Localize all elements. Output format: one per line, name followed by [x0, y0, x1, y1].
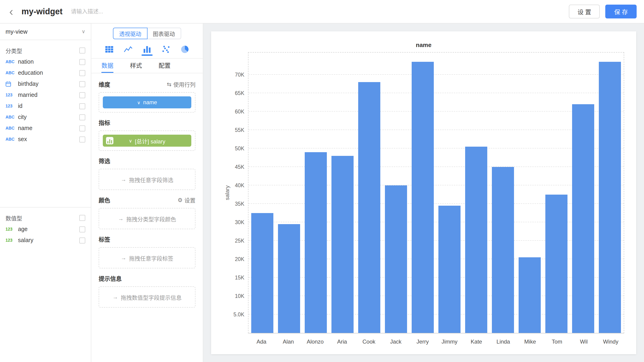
y-tick-label: 20K	[235, 256, 244, 262]
field-checkbox[interactable]	[79, 136, 85, 142]
y-tick-label: 60K	[235, 109, 244, 114]
field-row-nation[interactable]: ABCnation	[0, 56, 91, 67]
color-dropzone[interactable]: → 拖拽分类型字段颜色	[99, 208, 196, 229]
bar-aria[interactable]	[332, 156, 353, 333]
mode-tab-0[interactable]: 透视驱动	[113, 28, 147, 39]
measure-dropzone[interactable]: ∨ [总计] salary	[99, 130, 196, 151]
label-dropzone[interactable]: → 拖拽任意字段标签	[99, 247, 196, 268]
section-checkbox[interactable]	[79, 215, 85, 221]
field-row-married[interactable]: 123married	[0, 90, 91, 100]
measure-pill-label: [总计] salary	[135, 137, 165, 144]
bar-windy[interactable]	[599, 62, 621, 333]
measure-pill-salary[interactable]: ∨ [总计] salary	[103, 135, 191, 147]
field-checkbox[interactable]	[79, 114, 85, 120]
123-field-icon: 123	[6, 104, 18, 108]
bar-alonzo[interactable]	[305, 152, 326, 333]
scatter-chart-icon[interactable]	[160, 43, 172, 56]
table-chart-icon[interactable]	[103, 43, 115, 56]
arrow-right-icon: →	[121, 176, 126, 182]
field-checkbox[interactable]	[79, 92, 85, 98]
plot-area: 5.0K10K15K20K25K30K35K40K45K50K55K60K65K…	[248, 52, 624, 334]
bar-kate[interactable]	[465, 147, 487, 333]
label-section-header: 标签	[99, 235, 196, 244]
field-row-birthday[interactable]: birthday	[0, 78, 91, 90]
back-button[interactable]: ‹	[8, 6, 15, 18]
y-tick-label: 50K	[235, 146, 244, 151]
field-checkbox[interactable]	[79, 81, 85, 87]
x-tick-label: Mike	[517, 338, 544, 345]
field-row-name[interactable]: ABCname	[0, 123, 91, 134]
bar-mike[interactable]	[518, 257, 540, 333]
mode-tab-1[interactable]: 图表驱动	[147, 28, 181, 39]
arrow-right-icon: →	[112, 294, 118, 300]
dimension-label: 维度	[99, 80, 110, 88]
panel-tab-2[interactable]: 配置	[158, 58, 170, 73]
fields-sidebar: my-view ∨ 分类型 ABCnationABCeducationbirth…	[0, 24, 91, 362]
bar-tom[interactable]	[545, 194, 567, 333]
field-row-sex[interactable]: ABCsex	[0, 134, 91, 145]
color-settings-action[interactable]: ⚙ 设置	[178, 196, 196, 204]
field-row-education[interactable]: ABCeducation	[0, 67, 91, 78]
drive-mode-tabs: 透视驱动图表驱动	[91, 28, 203, 39]
field-row-city[interactable]: ABCcity	[0, 112, 91, 123]
123-field-icon: 123	[6, 227, 18, 232]
color-section-header: 颜色 ⚙ 设置	[99, 196, 196, 204]
x-tick-label: Jack	[382, 338, 409, 345]
use-rowcol-action[interactable]: ⇆ 使用行列	[167, 80, 196, 88]
panel-tab-0[interactable]: 数据	[102, 58, 114, 73]
dimension-pill-name[interactable]: ∨ name	[103, 96, 191, 108]
y-tick-label: 40K	[235, 182, 244, 188]
save-button[interactable]: 保 存	[606, 4, 636, 18]
bar-ada[interactable]	[251, 213, 273, 333]
bar-jimmy[interactable]	[438, 206, 460, 333]
tooltip-dropzone[interactable]: → 拖拽数值型字段提示信息	[99, 286, 196, 308]
field-checkbox[interactable]	[79, 237, 85, 243]
bar-alan[interactable]	[278, 224, 300, 333]
field-checkbox[interactable]	[79, 226, 85, 232]
field-checkbox[interactable]	[79, 103, 85, 109]
view-selector[interactable]: my-view ∨	[0, 24, 91, 40]
main-area: my-view ∨ 分类型 ABCnationABCeducationbirth…	[0, 24, 644, 362]
x-tick-label: Jerry	[409, 338, 436, 345]
field-row-age[interactable]: 123age	[0, 224, 91, 235]
bar-band	[490, 52, 516, 333]
field-checkbox[interactable]	[79, 125, 85, 131]
filter-dropzone[interactable]: → 拖拽任意字段筛选	[99, 169, 196, 190]
chevron-down-icon: ∨	[137, 100, 140, 105]
tooltip-placeholder: 拖拽数值型字段提示信息	[121, 293, 182, 301]
section-checkbox[interactable]	[79, 47, 85, 53]
section-header: 数值型	[0, 212, 91, 224]
dimension-dropzone[interactable]: ∨ name	[99, 92, 196, 112]
panel-tabs: 数据样式配置	[91, 58, 203, 73]
field-checkbox[interactable]	[79, 59, 85, 65]
config-panel: 透视驱动图表驱动	[91, 24, 203, 362]
bar-band	[382, 52, 409, 333]
bar-cook[interactable]	[358, 82, 380, 333]
view-selector-value: my-view	[6, 28, 28, 35]
widget-editor: ‹ my-widget 设 置 保 存 my-view ∨ 分类型 ABCnat…	[0, 0, 644, 362]
use-rowcol-label: 使用行列	[173, 80, 196, 88]
pie-chart-icon[interactable]	[179, 43, 191, 56]
bar-chart-icon[interactable]	[141, 43, 153, 56]
field-label: birthday	[18, 81, 79, 87]
y-tick-label: 70K	[235, 72, 244, 78]
bar-jack[interactable]	[385, 186, 407, 333]
settings-button[interactable]: 设 置	[569, 4, 600, 18]
field-row-salary[interactable]: 123salary	[0, 235, 91, 246]
y-tick-label: 10K	[235, 293, 244, 299]
field-label: id	[18, 103, 79, 109]
bar-linda[interactable]	[492, 167, 514, 333]
section-title-categorical: 分类型	[6, 46, 22, 54]
bar-wil[interactable]	[572, 104, 594, 333]
y-tick-label: 5.0K	[234, 312, 244, 317]
field-checkbox[interactable]	[79, 70, 85, 76]
bar-jerry[interactable]	[412, 62, 434, 333]
x-tick-label: Linda	[490, 338, 517, 345]
field-row-id[interactable]: 123id	[0, 100, 91, 112]
line-chart-icon[interactable]	[122, 43, 134, 56]
description-input[interactable]	[71, 8, 177, 15]
bar-chart-mini-icon	[106, 137, 114, 144]
field-label: city	[18, 114, 79, 120]
numeric-field-list: 123age123salary	[0, 224, 91, 246]
panel-tab-1[interactable]: 样式	[130, 58, 142, 73]
